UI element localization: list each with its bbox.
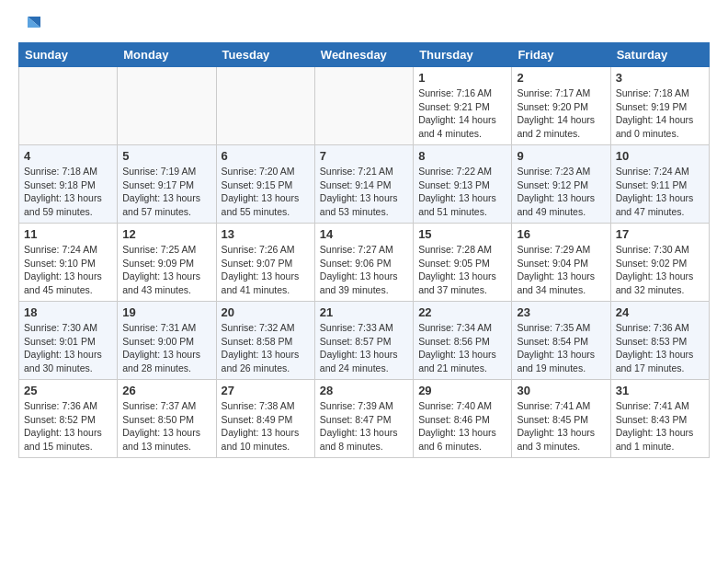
calendar-cell: 16Sunrise: 7:29 AM Sunset: 9:04 PM Dayli… [512,224,610,302]
day-number: 16 [517,227,605,241]
calendar-header-wednesday: Wednesday [314,43,413,67]
day-info: Sunrise: 7:26 AM Sunset: 9:07 PM Dayligh… [222,243,310,297]
day-number: 8 [418,149,506,163]
calendar-cell: 11Sunrise: 7:24 AM Sunset: 9:10 PM Dayli… [19,224,118,302]
calendar-cell: 13Sunrise: 7:26 AM Sunset: 9:07 PM Dayli… [216,224,314,302]
calendar-cell [314,67,413,145]
day-number: 26 [122,384,210,397]
calendar-cell: 12Sunrise: 7:25 AM Sunset: 9:09 PM Dayli… [118,224,216,302]
day-number: 22 [418,305,506,319]
calendar-cell: 30Sunrise: 7:41 AM Sunset: 8:45 PM Dayli… [512,380,610,458]
day-info: Sunrise: 7:27 AM Sunset: 9:06 PM Dayligh… [320,243,408,297]
calendar-cell: 17Sunrise: 7:30 AM Sunset: 9:02 PM Dayli… [610,224,709,302]
day-info: Sunrise: 7:24 AM Sunset: 9:11 PM Dayligh… [616,165,704,219]
day-info: Sunrise: 7:22 AM Sunset: 9:13 PM Dayligh… [418,165,506,219]
day-number: 21 [320,305,408,319]
calendar-cell: 18Sunrise: 7:30 AM Sunset: 9:01 PM Dayli… [19,302,118,380]
day-info: Sunrise: 7:41 AM Sunset: 8:43 PM Dayligh… [616,399,704,454]
calendar-cell: 6Sunrise: 7:20 AM Sunset: 9:15 PM Daylig… [216,145,314,224]
calendar-cell: 1Sunrise: 7:16 AM Sunset: 9:21 PM Daylig… [414,67,512,145]
calendar-cell: 10Sunrise: 7:24 AM Sunset: 9:11 PM Dayli… [610,145,709,224]
day-number: 29 [418,384,506,397]
calendar-header-row: SundayMondayTuesdayWednesdayThursdayFrid… [19,43,710,67]
day-info: Sunrise: 7:20 AM Sunset: 9:15 PM Dayligh… [222,165,310,219]
day-info: Sunrise: 7:24 AM Sunset: 9:10 PM Dayligh… [24,243,112,297]
day-info: Sunrise: 7:19 AM Sunset: 9:17 PM Dayligh… [122,165,210,219]
week-row-5: 25Sunrise: 7:36 AM Sunset: 8:52 PM Dayli… [19,380,710,458]
calendar-cell: 8Sunrise: 7:22 AM Sunset: 9:13 PM Daylig… [414,145,512,224]
calendar-cell: 5Sunrise: 7:19 AM Sunset: 9:17 PM Daylig… [118,145,216,224]
day-info: Sunrise: 7:32 AM Sunset: 8:58 PM Dayligh… [222,321,310,375]
day-info: Sunrise: 7:30 AM Sunset: 9:01 PM Dayligh… [24,321,112,375]
day-number: 31 [616,384,704,397]
logo [18,15,40,35]
calendar-cell: 14Sunrise: 7:27 AM Sunset: 9:06 PM Dayli… [314,224,413,302]
day-number: 6 [222,149,310,163]
calendar-cell: 15Sunrise: 7:28 AM Sunset: 9:05 PM Dayli… [414,224,512,302]
day-number: 20 [222,305,310,319]
day-info: Sunrise: 7:17 AM Sunset: 9:20 PM Dayligh… [517,86,605,141]
calendar-cell: 31Sunrise: 7:41 AM Sunset: 8:43 PM Dayli… [610,380,709,458]
day-number: 10 [616,149,704,163]
header [18,15,710,35]
day-number: 7 [320,149,408,163]
calendar-cell: 7Sunrise: 7:21 AM Sunset: 9:14 PM Daylig… [314,145,413,224]
day-info: Sunrise: 7:28 AM Sunset: 9:05 PM Dayligh… [418,243,506,297]
day-info: Sunrise: 7:29 AM Sunset: 9:04 PM Dayligh… [517,243,605,297]
calendar-cell: 20Sunrise: 7:32 AM Sunset: 8:58 PM Dayli… [216,302,314,380]
day-info: Sunrise: 7:40 AM Sunset: 8:46 PM Dayligh… [418,399,506,454]
calendar-cell: 25Sunrise: 7:36 AM Sunset: 8:52 PM Dayli… [19,380,118,458]
week-row-4: 18Sunrise: 7:30 AM Sunset: 9:01 PM Dayli… [19,302,710,380]
day-number: 14 [320,227,408,241]
calendar-header-tuesday: Tuesday [216,43,314,67]
page-container: SundayMondayTuesdayWednesdayThursdayFrid… [0,0,728,473]
day-number: 9 [517,149,605,163]
calendar-header-saturday: Saturday [610,43,709,67]
calendar-header-thursday: Thursday [414,43,512,67]
day-info: Sunrise: 7:31 AM Sunset: 9:00 PM Dayligh… [122,321,210,375]
calendar-cell [216,67,314,145]
day-info: Sunrise: 7:18 AM Sunset: 9:19 PM Dayligh… [616,86,704,141]
day-number: 23 [517,305,605,319]
day-number: 5 [122,149,210,163]
day-number: 4 [24,149,112,163]
week-row-2: 4Sunrise: 7:18 AM Sunset: 9:18 PM Daylig… [19,145,710,224]
calendar-cell: 24Sunrise: 7:36 AM Sunset: 8:53 PM Dayli… [610,302,709,380]
day-number: 17 [616,227,704,241]
day-info: Sunrise: 7:33 AM Sunset: 8:57 PM Dayligh… [320,321,408,375]
day-number: 12 [122,227,210,241]
calendar-cell: 3Sunrise: 7:18 AM Sunset: 9:19 PM Daylig… [610,67,709,145]
day-number: 2 [517,71,605,85]
day-info: Sunrise: 7:21 AM Sunset: 9:14 PM Dayligh… [320,165,408,219]
day-info: Sunrise: 7:30 AM Sunset: 9:02 PM Dayligh… [616,243,704,297]
day-number: 28 [320,384,408,397]
day-number: 1 [418,71,506,85]
day-number: 18 [24,305,112,319]
day-number: 3 [616,71,704,85]
day-info: Sunrise: 7:23 AM Sunset: 9:12 PM Dayligh… [517,165,605,219]
day-number: 19 [122,305,210,319]
day-info: Sunrise: 7:16 AM Sunset: 9:21 PM Dayligh… [418,86,506,141]
week-row-1: 1Sunrise: 7:16 AM Sunset: 9:21 PM Daylig… [19,67,710,145]
day-info: Sunrise: 7:36 AM Sunset: 8:53 PM Dayligh… [616,321,704,375]
calendar-cell: 19Sunrise: 7:31 AM Sunset: 9:00 PM Dayli… [118,302,216,380]
calendar-cell [118,67,216,145]
day-info: Sunrise: 7:41 AM Sunset: 8:45 PM Dayligh… [517,399,605,454]
day-info: Sunrise: 7:18 AM Sunset: 9:18 PM Dayligh… [24,165,112,219]
day-info: Sunrise: 7:36 AM Sunset: 8:52 PM Dayligh… [24,399,112,454]
day-info: Sunrise: 7:39 AM Sunset: 8:47 PM Dayligh… [320,399,408,454]
calendar-cell: 26Sunrise: 7:37 AM Sunset: 8:50 PM Dayli… [118,380,216,458]
calendar-header-friday: Friday [512,43,610,67]
day-number: 30 [517,384,605,397]
day-info: Sunrise: 7:38 AM Sunset: 8:49 PM Dayligh… [222,399,310,454]
day-number: 24 [616,305,704,319]
day-number: 25 [24,384,112,397]
day-info: Sunrise: 7:35 AM Sunset: 8:54 PM Dayligh… [517,321,605,375]
day-number: 11 [24,227,112,241]
calendar-cell: 29Sunrise: 7:40 AM Sunset: 8:46 PM Dayli… [414,380,512,458]
calendar-cell [19,67,118,145]
day-info: Sunrise: 7:25 AM Sunset: 9:09 PM Dayligh… [122,243,210,297]
logo-text [18,15,40,35]
calendar-cell: 27Sunrise: 7:38 AM Sunset: 8:49 PM Dayli… [216,380,314,458]
calendar-cell: 4Sunrise: 7:18 AM Sunset: 9:18 PM Daylig… [19,145,118,224]
